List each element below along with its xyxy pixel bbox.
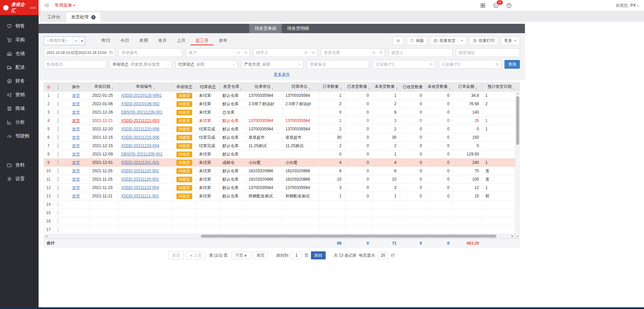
ship-action-link[interactable]: 发货 <box>72 102 80 106</box>
filter-source-type[interactable]: 产生方式全部 <box>241 60 304 69</box>
row-checkbox[interactable] <box>58 168 58 174</box>
filter-settle-status[interactable]: 结算状态全部 <box>175 60 238 69</box>
column-header-settle_unit[interactable]: 结算单位▲▼ <box>283 83 320 91</box>
sort-icon[interactable]: ▲▼ <box>111 87 113 90</box>
quick-range-5[interactable]: 近三月 <box>191 37 214 45</box>
sidebar-item-warehouse[interactable]: 仓储 <box>0 47 39 60</box>
ship-action-link[interactable]: 发货 <box>72 93 80 98</box>
sidebar-item-truck[interactable]: 配送 <box>0 60 39 74</box>
chevron-down-icon[interactable] <box>230 62 237 66</box>
sort-icon[interactable]: ▲▼ <box>153 87 155 90</box>
filter-order-no[interactable] <box>118 48 182 57</box>
search-lookup-button[interactable] <box>310 51 317 55</box>
filter-deposit-account-1-input[interactable] <box>376 62 427 67</box>
more-conditions-link[interactable]: 更多条件 <box>274 72 290 77</box>
batch-print-button[interactable]: 批量打印 <box>469 37 498 45</box>
add-plan-icon[interactable]: + <box>73 37 79 45</box>
filter-handler[interactable] <box>253 48 317 57</box>
ship-action-link[interactable]: 发货 <box>72 118 80 123</box>
sort-icon[interactable]: ▲▼ <box>449 87 451 90</box>
quick-range-1[interactable]: 今日 <box>115 37 134 45</box>
help-icon[interactable] <box>506 3 512 8</box>
ship-action-link[interactable]: 发货 <box>72 152 80 157</box>
search-lookup-button[interactable] <box>242 51 250 55</box>
order-no-link[interactable]: DBSQD-20211226-001 <box>121 110 162 115</box>
quick-range-3[interactable]: 本月 <box>153 37 172 45</box>
column-header-amount[interactable]: 订单金额▲▼ <box>453 83 483 91</box>
column-header-shipped[interactable]: 已发货数量▲▼ <box>345 83 373 91</box>
sort-icon[interactable]: ▲▼ <box>309 87 311 90</box>
row-checkbox[interactable] <box>58 101 58 107</box>
ship-action-link[interactable]: 发货 <box>72 160 80 165</box>
column-header-eta[interactable]: 预计发货日期▲▼ <box>483 83 520 91</box>
filter-date-range[interactable] <box>44 48 115 57</box>
add-lookup-button[interactable] <box>302 51 310 55</box>
sort-icon[interactable]: ▲▼ <box>340 87 342 90</box>
filter-phone-input[interactable] <box>47 62 106 67</box>
sidebar-item-analysis[interactable]: 分析 <box>0 115 39 129</box>
filter-deposit-account-1[interactable] <box>373 60 435 69</box>
row-checkbox[interactable] <box>58 126 58 132</box>
close-tab-icon[interactable]: × <box>91 15 96 19</box>
quick-range-0[interactable]: 昨日 <box>97 37 115 45</box>
row-checkbox[interactable] <box>58 143 58 148</box>
filter-deposit-account-2-input[interactable] <box>442 62 493 67</box>
sidebar-item-mall[interactable]: 商城 <box>0 102 39 115</box>
scroll-left-icon[interactable]: ◀ <box>44 235 49 238</box>
common-menu-button[interactable]: 常用菜单 ▾ <box>55 2 75 8</box>
messages-icon[interactable]: 53 <box>493 3 499 8</box>
ship-action-link[interactable]: 发货 <box>72 185 80 190</box>
column-header-partner[interactable]: 往来单位▲▼ <box>246 83 283 91</box>
sidebar-item-folder[interactable]: 资料 <box>0 158 39 172</box>
quick-range-2[interactable]: 本周 <box>134 37 153 45</box>
user-menu[interactable]: 欢迎您, PX ▾ <box>616 3 639 8</box>
add-lookup-button[interactable] <box>370 51 377 55</box>
last-page-button[interactable]: 尾页 <box>253 251 268 259</box>
filter-order-status[interactable]: 单据状态待发货,部分发货 <box>109 60 172 69</box>
jump-button[interactable]: 跳转 <box>311 251 326 259</box>
order-no-link[interactable]: XSDD-20211123-004 <box>121 185 159 190</box>
window-tab-0[interactable]: 工作台 <box>43 12 65 22</box>
vertical-scrollbar[interactable]: ▲ ▼ <box>515 91 520 239</box>
order-no-link[interactable]: XSDD-20211220-006 <box>121 127 159 131</box>
sort-icon[interactable]: ▲▼ <box>475 87 477 90</box>
filter-seller-note-input[interactable] <box>310 62 369 67</box>
sidebar-item-marketing[interactable]: 营销 <box>0 88 39 102</box>
search-button[interactable]: 查询 <box>504 60 520 69</box>
search-lookup-button[interactable] <box>428 62 435 66</box>
hscroll-thumb[interactable] <box>201 235 496 238</box>
quick-range-4[interactable]: 上月 <box>172 37 191 45</box>
first-page-button[interactable]: 首页 <box>168 251 184 259</box>
column-header-unreceived[interactable]: 未收货数量▲▼ <box>426 83 453 91</box>
filter-address[interactable] <box>456 48 520 57</box>
add-lookup-button[interactable] <box>235 51 242 55</box>
jump-page-input[interactable] <box>291 252 302 259</box>
ship-action-link[interactable]: 发货 <box>72 143 80 148</box>
filter-ship-warehouse[interactable] <box>321 48 385 57</box>
vscroll-track[interactable] <box>516 96 520 234</box>
order-no-link[interactable]: XSDD-20211201-001 <box>121 160 159 165</box>
more-button[interactable]: 更多 ▼ <box>501 37 520 45</box>
window-tab-1[interactable]: 发货处理× <box>66 12 100 22</box>
select-all-checkbox[interactable] <box>58 84 58 90</box>
filter-date-range-input[interactable] <box>47 51 107 55</box>
order-no-link[interactable]: XSDD-20211221-003 <box>121 118 159 123</box>
filter-consignee[interactable] <box>388 48 452 57</box>
order-no-link[interactable]: XSDD-20211215-006 <box>121 135 159 140</box>
column-header-no[interactable]: 单据编号▲▼ <box>118 83 173 91</box>
horizontal-scrollbar[interactable]: ◀ ▶ <box>44 234 515 239</box>
hscroll-track[interactable] <box>49 234 510 238</box>
sort-icon[interactable]: ▲▼ <box>368 87 370 90</box>
row-checkbox[interactable] <box>58 177 58 182</box>
order-no-link[interactable]: DBSQD-20211209-001 <box>121 152 162 157</box>
row-checkbox[interactable] <box>58 185 58 190</box>
column-header-date[interactable]: 单据日期▲▼ <box>90 83 118 91</box>
ship-action-link[interactable]: 发货 <box>72 135 80 140</box>
filter-order-no-input[interactable] <box>121 50 182 55</box>
filter-deposit-account-2[interactable] <box>439 60 501 69</box>
scroll-down-icon[interactable]: ▼ <box>516 234 520 239</box>
calendar-icon-button[interactable] <box>107 51 115 55</box>
vscroll-thumb[interactable] <box>516 96 519 145</box>
sort-icon[interactable]: ▲▼ <box>513 87 515 90</box>
filter-seller-note[interactable] <box>307 60 369 69</box>
